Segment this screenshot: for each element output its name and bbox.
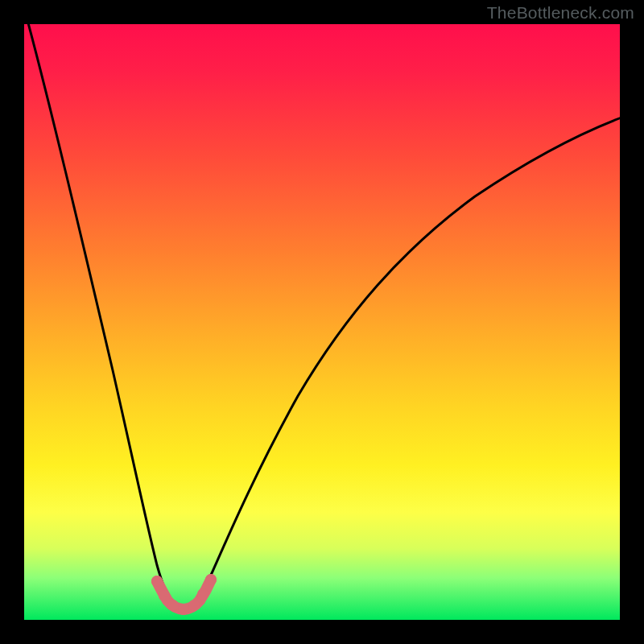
svg-point-0 [151, 576, 163, 587]
svg-point-2 [167, 600, 179, 611]
curves-svg [24, 24, 620, 620]
svg-point-3 [178, 604, 189, 615]
svg-point-6 [205, 574, 217, 585]
chart-frame: TheBottleneck.com [0, 0, 644, 644]
svg-point-1 [159, 590, 170, 601]
svg-point-5 [197, 588, 208, 600]
valley-marker-dots [151, 574, 217, 615]
right-curve [190, 118, 620, 610]
left-curve [24, 24, 179, 610]
plot-area [24, 24, 620, 620]
watermark: TheBottleneck.com [487, 3, 634, 23]
svg-point-4 [188, 600, 200, 611]
